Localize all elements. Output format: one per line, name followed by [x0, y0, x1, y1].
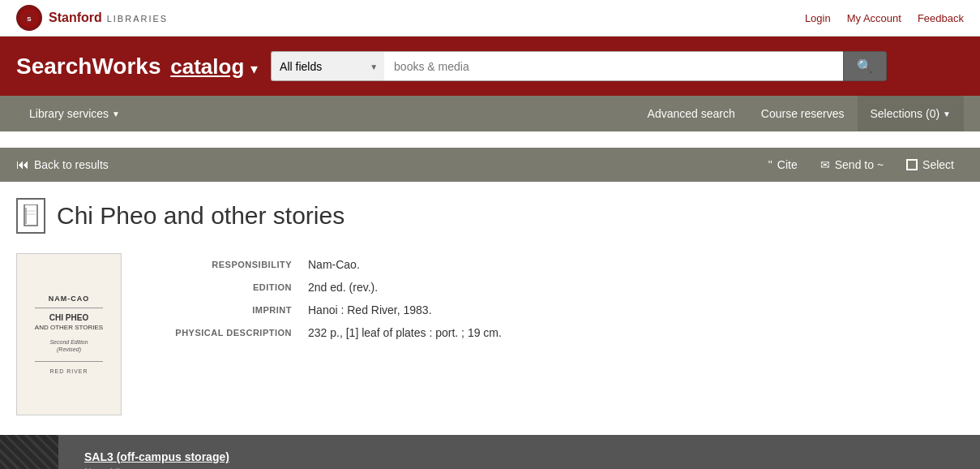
- nav-left: Library services ▼: [16, 96, 133, 131]
- login-link[interactable]: Login: [805, 12, 831, 24]
- thumb-title: NAM-CAO: [35, 295, 103, 303]
- chevron-down-icon: ▼: [943, 110, 951, 118]
- course-reserves-nav[interactable]: Course reserves: [748, 96, 858, 131]
- nav-right: Advanced search Course reserves Selectio…: [635, 96, 964, 131]
- back-icon: ⏮: [16, 157, 29, 172]
- main-content: ⏮ Back to results " Cite ✉ Send to ~ Sel…: [0, 131, 980, 469]
- location-info: SAL3 (off-campus storage) No public acce…: [71, 435, 242, 469]
- search-form: All fields Title Author Subject Call num…: [271, 51, 887, 81]
- book-thumbnail: NAM-CAO CHI PHEO AND OTHER STORIES Secon…: [16, 253, 122, 415]
- book-title-row: Chi Pheo and other stories: [16, 198, 964, 234]
- responsibility-row: RESPONSIBILITY Nam-Cao.: [146, 253, 964, 276]
- location-name[interactable]: SAL3 (off-campus storage): [84, 450, 229, 463]
- site-title: SearchWorks catalog ▾: [16, 54, 258, 80]
- location-bar: SAL3 (off-campus storage) No public acce…: [0, 435, 980, 469]
- responsibility-value: Nam-Cao.: [308, 258, 964, 271]
- logo-text: Stanford LIBRARIES: [49, 11, 168, 25]
- details-area: NAM-CAO CHI PHEO AND OTHER STORIES Secon…: [16, 253, 964, 415]
- action-bar: ⏮ Back to results " Cite ✉ Send to ~ Sel…: [0, 148, 980, 182]
- library-services-label: Library services: [29, 107, 109, 120]
- physical-description-row: PHYSICAL DESCRIPTION 232 p., [1] leaf of…: [146, 321, 964, 344]
- logo-libraries: LIBRARIES: [107, 14, 168, 24]
- share-icon: ✉: [820, 158, 830, 171]
- feedback-link[interactable]: Feedback: [918, 12, 964, 24]
- thumbnail-inner: NAM-CAO CHI PHEO AND OTHER STORIES Secon…: [35, 295, 103, 375]
- selections-label: Selections (0): [871, 107, 940, 120]
- svg-text:S: S: [27, 15, 32, 23]
- search-icon: 🔍: [857, 59, 873, 73]
- nav-bar: Library services ▼ Advanced search Cours…: [0, 96, 980, 131]
- metadata-table: RESPONSIBILITY Nam-Cao. EDITION 2nd ed. …: [146, 253, 964, 415]
- field-select[interactable]: All fields Title Author Subject Call num…: [271, 51, 384, 81]
- back-to-results-link[interactable]: ⏮ Back to results: [16, 148, 109, 182]
- select-button[interactable]: Select: [897, 152, 964, 178]
- imprint-label: IMPRINT: [146, 303, 292, 316]
- advanced-search-nav[interactable]: Advanced search: [635, 96, 748, 131]
- chevron-down-icon: ▼: [112, 110, 120, 118]
- thumb-publisher: RED RIVER: [35, 368, 103, 374]
- thumb-book-subtitle: AND OTHER STORIES: [35, 324, 103, 332]
- cite-label: Cite: [777, 158, 798, 171]
- imprint-row: IMPRINT Hanoi : Red River, 1983.: [146, 299, 964, 321]
- send-to-label: Send to ~: [835, 158, 884, 171]
- book-title: Chi Pheo and other stories: [57, 202, 344, 230]
- stanford-seal: S: [16, 5, 42, 31]
- select-label: Select: [922, 158, 954, 171]
- responsibility-label: RESPONSIBILITY: [146, 258, 292, 271]
- edition-row: EDITION 2nd ed. (rev.).: [146, 276, 964, 299]
- quote-icon: ": [768, 158, 772, 171]
- back-to-results-label: Back to results: [34, 158, 109, 171]
- search-input[interactable]: [384, 51, 843, 81]
- send-to-button[interactable]: ✉ Send to ~: [811, 152, 893, 178]
- top-nav: Login My Account Feedback: [805, 12, 964, 24]
- catalog-link[interactable]: catalog: [170, 54, 244, 79]
- imprint-value: Hanoi : Red River, 1983.: [308, 303, 964, 316]
- checkbox-icon: [906, 159, 918, 170]
- library-services-nav[interactable]: Library services ▼: [16, 96, 133, 131]
- book-icon: [16, 198, 45, 234]
- location-thumbnail: [0, 435, 58, 469]
- physical-description-value: 232 p., [1] leaf of plates : port. ; 19 …: [308, 326, 964, 339]
- edition-value: 2nd ed. (rev.).: [308, 281, 964, 294]
- stanford-logo: S Stanford LIBRARIES: [16, 5, 168, 31]
- my-account-link[interactable]: My Account: [847, 12, 901, 24]
- selections-nav[interactable]: Selections (0) ▼: [858, 96, 965, 131]
- thumb-edition: Second Edition(Revised): [35, 338, 103, 353]
- action-right: " Cite ✉ Send to ~ Select: [759, 152, 964, 178]
- logo-stanford: Stanford: [49, 11, 102, 24]
- search-bar-area: SearchWorks catalog ▾ All fields Title A…: [0, 37, 980, 96]
- thumb-book-title: CHI PHEO: [35, 313, 103, 322]
- top-bar: S Stanford LIBRARIES Login My Account Fe…: [0, 0, 980, 37]
- cite-button[interactable]: " Cite: [759, 152, 807, 178]
- field-select-wrapper: All fields Title Author Subject Call num…: [271, 51, 384, 81]
- physical-description-label: PHYSICAL DESCRIPTION: [146, 326, 292, 339]
- search-button[interactable]: 🔍: [843, 51, 887, 81]
- edition-label: EDITION: [146, 281, 292, 294]
